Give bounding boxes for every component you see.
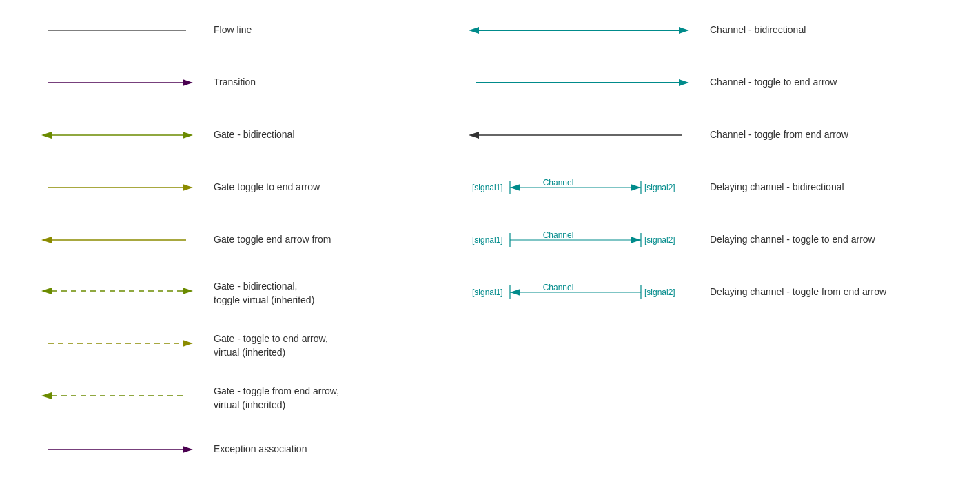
svg-marker-30: [631, 184, 641, 191]
svg-text:[signal2]: [signal2]: [644, 288, 675, 297]
label-gate-from-end-virtual: Gate - toggle from end arrow, virtual (i…: [214, 385, 448, 412]
symbol-gate-bidir-virtual: [21, 280, 214, 298]
label-transition: Transition: [214, 76, 448, 90]
svg-marker-37: [631, 237, 641, 243]
label-delay-channel-bidir: Delaying channel - bidirectional: [710, 181, 959, 194]
row-gate-toggle-from-end: Gate toggle end arrow from: [21, 223, 448, 256]
svg-marker-23: [679, 79, 689, 86]
svg-marker-21: [679, 27, 689, 34]
row-delay-channel-to-end: [signal1] Channel [signal2] Delaying cha…: [448, 223, 959, 256]
svg-marker-29: [510, 184, 520, 191]
label-delay-channel-from-end: Delaying channel - toggle from end arrow: [710, 285, 959, 299]
label-gate-bidir: Gate - bidirectional: [214, 128, 448, 142]
svg-text:Channel: Channel: [543, 283, 574, 292]
label-channel-from-end: Channel - toggle from end arrow: [710, 128, 959, 142]
label-gate-toggle-to-end: Gate toggle to end arrow: [214, 181, 448, 194]
row-gate-to-end-virtual: Gate - toggle to end arrow, virtual (inh…: [21, 328, 448, 361]
symbol-flow-line: [21, 23, 214, 37]
diagram-container: Flow line Transition Gate - bidirecti: [0, 0, 980, 493]
svg-text:[signal1]: [signal1]: [472, 183, 503, 192]
row-channel-from-end: Channel - toggle from end arrow: [448, 119, 959, 152]
label-gate-bidir-virtual: Gate - bidirectional, toggle virtual (in…: [214, 280, 448, 307]
svg-marker-14: [183, 340, 193, 347]
row-gate-bidir: Gate - bidirectional: [21, 119, 448, 152]
row-gate-from-end-virtual: Gate - toggle from end arrow, virtual (i…: [21, 381, 448, 414]
row-transition: Transition: [21, 66, 448, 99]
symbol-gate-toggle-from-end: [21, 233, 214, 247]
row-gate-toggle-to-end: Gate toggle to end arrow: [21, 171, 448, 204]
svg-text:[signal1]: [signal1]: [472, 235, 503, 245]
svg-marker-20: [469, 27, 479, 34]
symbol-gate-toggle-to-end: [21, 181, 214, 194]
svg-text:Channel: Channel: [543, 230, 574, 240]
right-column: Channel - bidirectional Channel - toggle…: [448, 14, 959, 485]
svg-marker-12: [183, 288, 193, 294]
svg-text:Channel: Channel: [543, 178, 574, 188]
svg-marker-7: [183, 184, 193, 191]
svg-text:[signal2]: [signal2]: [644, 235, 675, 245]
svg-marker-44: [510, 289, 520, 296]
row-delay-channel-from-end: [signal1] Channel [signal2] Delaying cha…: [448, 276, 959, 309]
symbol-channel-to-end: [448, 76, 710, 90]
symbol-gate-to-end-virtual: [21, 332, 214, 350]
symbol-gate-bidir: [21, 128, 214, 142]
label-gate-to-end-virtual: Gate - toggle to end arrow, virtual (inh…: [214, 332, 448, 359]
label-gate-toggle-from-end: Gate toggle end arrow from: [214, 233, 448, 247]
label-channel-bidir: Channel - bidirectional: [710, 23, 959, 37]
symbol-gate-from-end-virtual: [21, 385, 214, 403]
svg-text:[signal2]: [signal2]: [644, 183, 675, 192]
label-delay-channel-to-end: Delaying channel - toggle to end arrow: [710, 233, 959, 247]
row-gate-bidir-virtual: Gate - bidirectional, toggle virtual (in…: [21, 276, 448, 309]
svg-marker-9: [41, 237, 52, 243]
symbol-channel-bidir: [448, 23, 710, 37]
symbol-delay-channel-from-end: [signal1] Channel [signal2]: [448, 279, 710, 306]
row-exception-assoc: Exception association: [21, 433, 448, 466]
label-flow-line: Flow line: [214, 23, 448, 37]
symbol-delay-channel-to-end: [signal1] Channel [signal2]: [448, 226, 710, 254]
left-column: Flow line Transition Gate - bidirecti: [21, 14, 448, 485]
label-exception-assoc: Exception association: [214, 443, 448, 456]
row-channel-to-end: Channel - toggle to end arrow: [448, 66, 959, 99]
symbol-exception-assoc: [21, 443, 214, 456]
row-channel-bidir: Channel - bidirectional: [448, 14, 959, 47]
svg-marker-18: [183, 446, 193, 453]
symbol-delay-channel-bidir: [signal1] Channel [signal2]: [448, 174, 710, 201]
svg-marker-16: [41, 392, 52, 399]
svg-marker-2: [183, 79, 193, 86]
svg-marker-5: [183, 132, 193, 139]
symbol-channel-from-end: [448, 128, 710, 142]
label-channel-to-end: Channel - toggle to end arrow: [710, 76, 959, 90]
row-flow-line: Flow line: [21, 14, 448, 47]
svg-marker-25: [469, 132, 479, 139]
svg-marker-11: [41, 288, 52, 294]
row-delay-channel-bidir: [signal1] Channel [signal2] Delaying cha…: [448, 171, 959, 204]
svg-text:[signal1]: [signal1]: [472, 288, 503, 297]
symbol-transition: [21, 76, 214, 90]
svg-marker-4: [41, 132, 52, 139]
